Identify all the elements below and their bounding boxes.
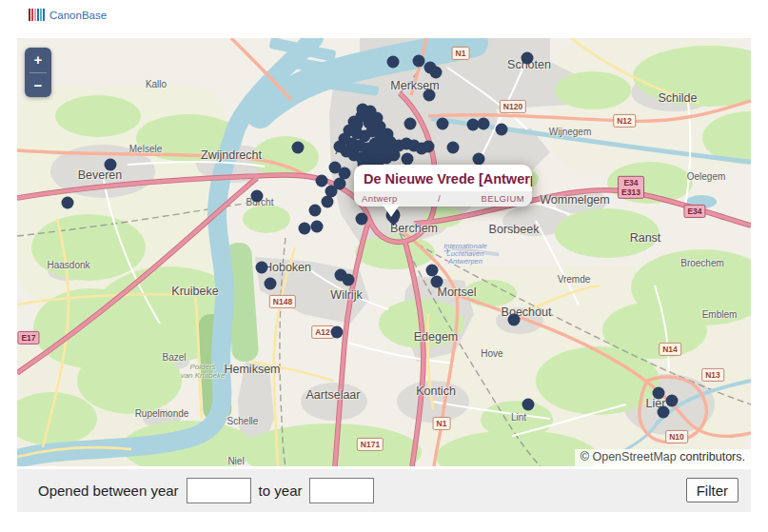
location-marker[interactable] bbox=[371, 112, 384, 125]
zoom-in-button[interactable]: + bbox=[25, 48, 51, 72]
location-marker[interactable] bbox=[522, 399, 535, 411]
location-marker[interactable] bbox=[666, 395, 679, 407]
location-marker[interactable] bbox=[265, 278, 277, 290]
location-marker[interactable] bbox=[292, 142, 305, 154]
year-to-input[interactable] bbox=[309, 478, 374, 503]
location-marker[interactable] bbox=[387, 56, 400, 69]
location-marker[interactable] bbox=[496, 124, 508, 136]
location-marker[interactable] bbox=[331, 326, 344, 339]
location-marker[interactable] bbox=[388, 149, 401, 162]
popup-separator: / bbox=[438, 193, 441, 204]
location-marker[interactable] bbox=[404, 118, 417, 130]
location-marker[interactable] bbox=[653, 387, 665, 400]
canonbase-logo[interactable]: CanonBase bbox=[29, 9, 107, 21]
map-popup[interactable]: De Nieuwe Vrede [Antwerp] Antwerp / BELG… bbox=[354, 165, 532, 207]
location-marker[interactable] bbox=[322, 196, 334, 208]
year-from-input[interactable] bbox=[187, 478, 251, 503]
popup-country: BELGIUM bbox=[481, 193, 524, 204]
location-marker[interactable] bbox=[316, 175, 328, 187]
canonbase-logo-icon bbox=[29, 9, 46, 21]
location-marker[interactable] bbox=[423, 89, 436, 102]
osm-link[interactable]: OpenStreetMap bbox=[592, 450, 676, 463]
location-marker[interactable] bbox=[447, 142, 460, 154]
location-marker[interactable] bbox=[478, 118, 490, 130]
filter-bar: Opened between year to year Filter bbox=[17, 469, 751, 512]
location-marker[interactable] bbox=[402, 153, 414, 166]
canonbase-logo-text: CanonBase bbox=[49, 10, 107, 21]
map-zoom-control: + − bbox=[25, 48, 51, 97]
attribution-suffix: contributors. bbox=[679, 450, 745, 463]
location-marker[interactable] bbox=[413, 55, 425, 68]
location-marker[interactable] bbox=[309, 205, 322, 217]
location-marker[interactable] bbox=[473, 153, 485, 166]
popup-subtitle: Antwerp / BELGIUM bbox=[354, 191, 532, 207]
location-marker[interactable] bbox=[62, 197, 74, 209]
location-marker[interactable] bbox=[357, 104, 369, 116]
popup-title: De Nieuwe Vrede [Antwerp] bbox=[354, 165, 532, 191]
location-marker[interactable] bbox=[431, 276, 443, 288]
popup-tail bbox=[383, 205, 400, 217]
location-marker[interactable] bbox=[105, 159, 117, 171]
map-attribution: © OpenStreetMap contributors. bbox=[575, 449, 751, 466]
zoom-out-button[interactable]: − bbox=[25, 73, 51, 98]
location-marker[interactable] bbox=[256, 262, 268, 274]
map-markers-layer bbox=[17, 38, 751, 466]
filter-button[interactable]: Filter bbox=[686, 478, 738, 502]
location-marker[interactable] bbox=[351, 119, 364, 131]
opened-between-label: Opened between year bbox=[38, 483, 179, 499]
location-marker[interactable] bbox=[356, 213, 368, 226]
location-marker[interactable] bbox=[430, 67, 443, 79]
location-marker[interactable] bbox=[522, 52, 534, 65]
location-marker[interactable] bbox=[343, 274, 355, 286]
popup-city: Antwerp bbox=[362, 193, 398, 204]
location-marker[interactable] bbox=[423, 141, 435, 153]
location-marker[interactable] bbox=[299, 223, 311, 235]
location-marker[interactable] bbox=[437, 118, 449, 130]
location-marker[interactable] bbox=[311, 221, 324, 233]
attribution-copyright: © bbox=[581, 450, 589, 463]
to-year-label: to year bbox=[259, 483, 303, 499]
app-header: CanonBase bbox=[0, 0, 768, 38]
map-canvas[interactable]: AntwerpenBeverenZwijndrechtMerksemSchote… bbox=[17, 38, 751, 466]
location-marker[interactable] bbox=[334, 141, 346, 153]
location-marker[interactable] bbox=[508, 314, 521, 326]
location-marker[interactable] bbox=[658, 406, 670, 419]
location-marker[interactable] bbox=[251, 190, 264, 203]
